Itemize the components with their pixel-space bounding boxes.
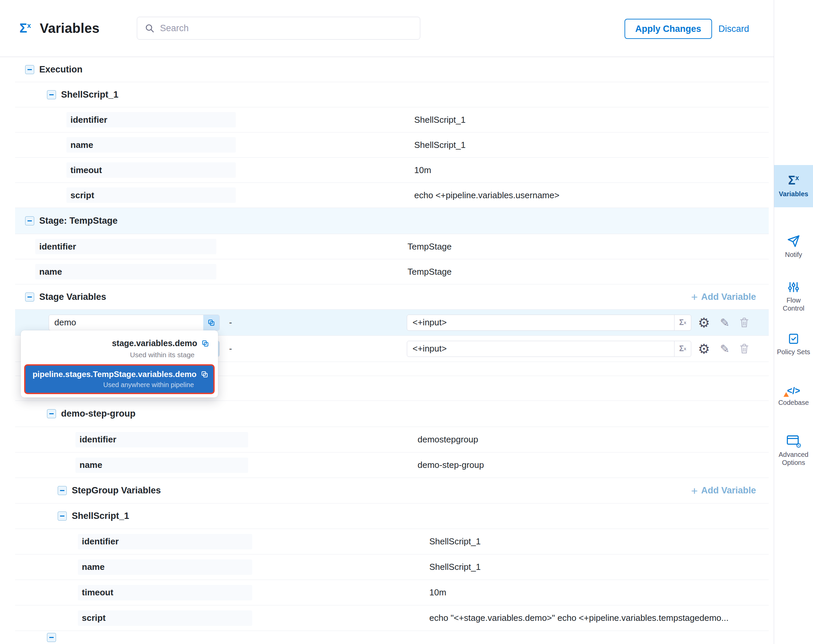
sidebar-item-label: Policy Sets [776,348,811,356]
field-value: demo-step-group [417,460,484,470]
discard-button[interactable]: Discard [718,19,749,39]
section-label: Execution [39,64,83,75]
variable-path-popover: stage.variables.demo Used within its sta… [21,330,218,397]
field-label: script [78,613,106,623]
add-variable-button[interactable]: + Add Variable [691,485,756,497]
variable-value-input[interactable]: <+input> Σx [407,314,691,331]
sidebar-item-codebase[interactable]: </> Codebase [774,386,813,406]
sidebar-item-label: Notify [784,251,803,259]
field-row: name TempStage [15,259,769,284]
page-title: Variables [40,21,99,36]
popover-item-title: stage.variables.demo [112,339,197,348]
collapse-icon[interactable] [25,216,34,225]
field-row: name ShellScript_1 [15,132,769,158]
partial-row [15,631,769,644]
section-row-shellscript1: ShellScript_1 [15,82,769,107]
popover-item-subtitle: Used anywhere within pipeline [30,381,209,389]
collapse-icon[interactable] [25,293,34,302]
sidebar-item-flow-control[interactable]: Flow Control [774,281,813,312]
delete-trash-icon[interactable] [737,342,752,356]
collapse-icon[interactable] [58,486,67,495]
search-input[interactable] [160,23,420,34]
expression-sigma-icon[interactable]: Σx [674,315,691,330]
field-label: identifier [78,536,119,547]
collapse-icon[interactable] [58,512,67,521]
sidebar-item-variables[interactable]: Σx Variables [774,165,813,207]
sidebar-item-policy-sets[interactable]: Policy Sets [774,333,813,356]
section-row-execution: Execution [15,57,769,82]
popover-item-stage-scope[interactable]: stage.variables.demo Used within its sta… [24,333,215,363]
section-row-stage: Stage: TempStage [15,208,769,234]
field-value: echo "<+stage.variables.demo>" echo <+pi… [429,613,729,623]
sliders-icon [787,281,799,293]
add-variable-button[interactable]: + Add Variable [691,291,756,302]
sidebar-item-label: Flow Control [774,296,813,312]
settings-gear-icon[interactable]: ⚙ [696,342,711,356]
expression-sigma-icon[interactable]: Σx [674,341,691,357]
field-label: identifier [66,115,107,125]
sidebar-item-notify[interactable]: Notify [774,235,813,259]
variable-type: - [229,343,232,354]
section-label: demo-step-group [61,409,135,419]
search-box[interactable] [137,17,420,40]
section-row-shellscript2: ShellScript_1 [15,503,769,529]
warning-icon [784,392,789,397]
variable-type: - [229,317,232,328]
paper-plane-icon [787,235,800,248]
section-label: ShellScript_1 [72,511,129,521]
copy-icon[interactable] [201,339,209,348]
field-label: identifier [35,241,76,252]
field-row: identifier TempStage [15,234,769,259]
collapse-icon[interactable] [47,633,56,642]
policy-check-icon [787,333,799,345]
plus-icon: + [691,291,698,302]
field-value: ShellScript_1 [414,115,466,125]
section-row-stepgroup-variables: StepGroup Variables + Add Variable [15,478,769,503]
section-label: ShellScript_1 [61,90,118,100]
apply-changes-button[interactable]: Apply Changes [624,19,712,39]
edit-pencil-icon[interactable]: ✎ [718,315,732,330]
section-label: Stage Variables [39,292,106,302]
field-value: 10m [429,587,446,598]
window-gear-icon: ⚙ [787,435,800,448]
field-label: name [66,140,93,150]
copy-icon[interactable] [201,370,209,378]
copy-icon[interactable] [203,315,219,330]
sidebar-item-advanced-options[interactable]: ⚙ Advanced Options [774,435,813,466]
field-row: name ShellScript_1 [15,554,769,580]
edit-pencil-icon[interactable]: ✎ [718,342,732,356]
field-row: script echo "<+stage.variables.demo>" ec… [15,606,769,631]
section-row-step-group: demo-step-group [15,401,769,427]
collapse-icon[interactable] [25,65,34,74]
variables-sigma-icon: Σx [788,175,799,187]
sidebar-item-label: Codebase [777,399,810,406]
section-label: Stage: TempStage [39,216,118,226]
field-row: script echo <+pipeline.variables.usernam… [15,183,769,208]
field-label: name [75,460,102,470]
field-row: timeout 10m [15,158,769,183]
field-label: timeout [78,587,114,598]
field-value: TempStage [408,267,452,277]
sidebar-item-label: Variables [778,190,810,198]
variable-value-input[interactable]: <+input> Σx [407,341,691,357]
plus-icon: + [691,485,698,497]
field-value: ShellScript_1 [429,562,481,572]
collapse-icon[interactable] [47,409,56,418]
collapse-icon[interactable] [47,90,56,99]
popover-item-subtitle: Used within its stage [29,351,209,359]
variables-sigma-icon: Σx [20,21,31,35]
field-row: identifier demostepgroup [15,427,769,452]
right-sidebar: Σx Variables Notify Flow Control Policy … [774,0,813,644]
section-label: StepGroup Variables [72,485,161,496]
top-header: Σx Variables Apply Changes Discard [0,0,774,57]
field-value: ShellScript_1 [429,536,481,547]
field-value: 10m [414,165,431,175]
field-value: ShellScript_1 [414,140,466,150]
code-brackets-icon: </> [787,386,800,396]
delete-trash-icon[interactable] [737,315,752,330]
section-row-stage-variables: Stage Variables + Add Variable [15,284,769,310]
field-value: TempStage [408,241,452,252]
settings-gear-icon[interactable]: ⚙ [696,315,711,330]
popover-item-pipeline-scope[interactable]: pipeline.stages.TempStage.variables.demo… [24,364,215,394]
variable-name-input[interactable]: demo [49,314,220,331]
